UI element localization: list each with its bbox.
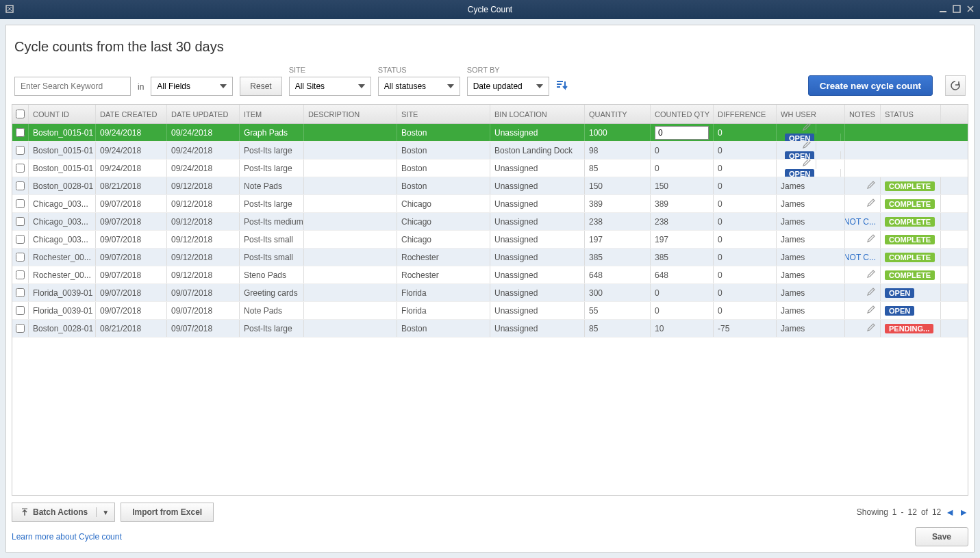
cell-date-updated: 09/07/2018 [167, 302, 240, 319]
sort-order-icon[interactable] [556, 80, 568, 96]
status-select[interactable]: All statuses [378, 77, 460, 96]
batch-actions-button[interactable]: Batch Actions ▼ [12, 503, 115, 522]
th-date-created[interactable]: DATE CREATED [96, 105, 167, 123]
cell-site: Rochester [397, 266, 490, 283]
pencil-icon[interactable] [866, 180, 876, 192]
th-site[interactable]: SITE [397, 105, 490, 123]
th-date-updated[interactable]: DATE UPDATED [167, 105, 240, 123]
row-checkbox[interactable] [16, 270, 25, 279]
cell-count-id: Rochester_00... [29, 249, 96, 266]
row-checkbox[interactable] [16, 253, 25, 262]
table-row[interactable]: Florida_0039-0109/07/201809/07/2018Greet… [12, 284, 968, 302]
cell-date-created: 08/21/2018 [96, 320, 167, 337]
pencil-icon[interactable] [866, 287, 876, 299]
th-count-id[interactable]: COUNT ID [29, 105, 96, 123]
cell-counted-qty: 150 [651, 177, 714, 194]
cell-date-updated: 09/07/2018 [167, 320, 240, 337]
pencil-icon[interactable] [866, 233, 876, 245]
table-row[interactable]: Rochester_00...09/07/201809/12/2018Steno… [12, 266, 968, 284]
table-row[interactable]: Chicago_003...09/07/201809/12/2018Post-I… [12, 231, 968, 249]
th-status[interactable]: STATUS [881, 105, 941, 123]
cell-date-created: 09/07/2018 [96, 231, 167, 248]
row-checkbox[interactable] [16, 288, 25, 297]
select-all-checkbox[interactable] [16, 110, 25, 118]
cell-notes [845, 177, 881, 194]
th-notes[interactable]: NOTES [845, 105, 881, 123]
create-cycle-count-button[interactable]: Create new cycle count [808, 75, 933, 96]
row-checkbox[interactable] [16, 181, 25, 190]
cell-difference: 0 [714, 213, 777, 230]
import-excel-button[interactable]: Import from Excel [121, 503, 214, 522]
row-checkbox[interactable] [16, 146, 25, 155]
cell-date-created: 08/21/2018 [96, 177, 167, 194]
table-row[interactable]: Rochester_00...09/07/201809/12/2018Post-… [12, 249, 968, 266]
cell-status: OPEN [881, 302, 941, 319]
table-row[interactable]: Boston_0015-0109/24/201809/24/2018Post-I… [12, 142, 968, 160]
reset-button[interactable]: Reset [240, 77, 281, 96]
search-input[interactable] [14, 77, 131, 96]
prev-page-icon[interactable]: ◄ [945, 507, 955, 518]
cell-status: COMPLETE [881, 177, 941, 194]
pencil-icon[interactable] [866, 305, 876, 316]
cell-user: James [777, 266, 845, 283]
cell-difference: 0 [714, 195, 777, 212]
cell-difference: 0 [714, 284, 777, 301]
th-bin-location[interactable]: BIN LOCATION [490, 105, 585, 123]
site-select[interactable]: All Sites [289, 77, 371, 96]
table-row[interactable]: Boston_0015-0109/24/201809/24/2018Graph … [12, 124, 968, 142]
th-quantity[interactable]: QUANTITY [585, 105, 651, 123]
next-page-icon[interactable]: ► [959, 507, 968, 518]
cell-item: Steno Pads [240, 266, 304, 283]
pencil-icon[interactable] [802, 124, 812, 134]
maximize-icon[interactable] [953, 5, 961, 15]
th-counted-qty[interactable]: COUNTED QTY [651, 105, 714, 123]
cell-description [304, 142, 397, 159]
row-checkbox[interactable] [16, 217, 25, 226]
svg-rect-1 [940, 11, 946, 12]
counted-qty-input[interactable] [655, 126, 709, 140]
cell-bin: Unassigned [490, 284, 585, 301]
svg-rect-2 [953, 5, 960, 12]
fields-select[interactable]: All Fields [151, 77, 233, 96]
th-wh-user[interactable]: WH USER [777, 105, 845, 123]
table-row[interactable]: Florida_0039-0109/07/201809/07/2018Note … [12, 302, 968, 320]
learn-more-link[interactable]: Learn more about Cycle count [12, 532, 122, 542]
row-checkbox[interactable] [16, 306, 25, 315]
sort-select[interactable]: Date updated [467, 77, 549, 96]
cell-date-updated: 09/24/2018 [167, 160, 240, 177]
minimize-icon[interactable] [939, 5, 947, 15]
cell-qty: 55 [585, 302, 651, 319]
pencil-icon[interactable] [802, 160, 812, 169]
cell-counted-qty: 0 [651, 142, 714, 159]
status-filter-label: STATUS [378, 66, 460, 74]
table-row[interactable]: Boston_0028-0108/21/201809/12/2018Note P… [12, 177, 968, 195]
close-icon[interactable] [966, 5, 975, 15]
row-checkbox[interactable] [16, 164, 25, 173]
cell-qty: 150 [585, 177, 651, 194]
table-row[interactable]: Boston_0015-0109/24/201809/24/2018Post-I… [12, 160, 968, 177]
window-resize-icon[interactable] [5, 5, 14, 15]
row-checkbox[interactable] [16, 324, 25, 333]
row-checkbox[interactable] [16, 128, 25, 137]
pencil-icon[interactable] [866, 198, 876, 210]
table-row[interactable]: Boston_0028-0108/21/201809/07/2018Post-I… [12, 320, 968, 338]
cell-date-created: 09/07/2018 [96, 302, 167, 319]
th-description[interactable]: DESCRIPTION [304, 105, 397, 123]
table-row[interactable]: Chicago_003...09/07/201809/12/2018Post-I… [12, 213, 968, 231]
th-item[interactable]: ITEM [240, 105, 304, 123]
pencil-icon[interactable] [866, 269, 876, 281]
notes-link[interactable]: NOT C... [845, 253, 876, 262]
pencil-icon[interactable] [866, 322, 876, 334]
save-button[interactable]: Save [915, 527, 968, 546]
row-checkbox[interactable] [16, 235, 25, 244]
notes-link[interactable]: NOT C... [845, 217, 876, 227]
th-difference[interactable]: DIFFERENCE [714, 105, 777, 123]
pencil-icon[interactable] [802, 142, 812, 151]
refresh-button[interactable] [945, 75, 966, 96]
cell-user: James [777, 320, 845, 337]
cell-qty: 238 [585, 213, 651, 230]
row-checkbox[interactable] [16, 199, 25, 208]
cell-description [304, 213, 397, 230]
cell-date-created: 09/07/2018 [96, 213, 167, 230]
table-row[interactable]: Chicago_003...09/07/201809/12/2018Post-I… [12, 195, 968, 213]
